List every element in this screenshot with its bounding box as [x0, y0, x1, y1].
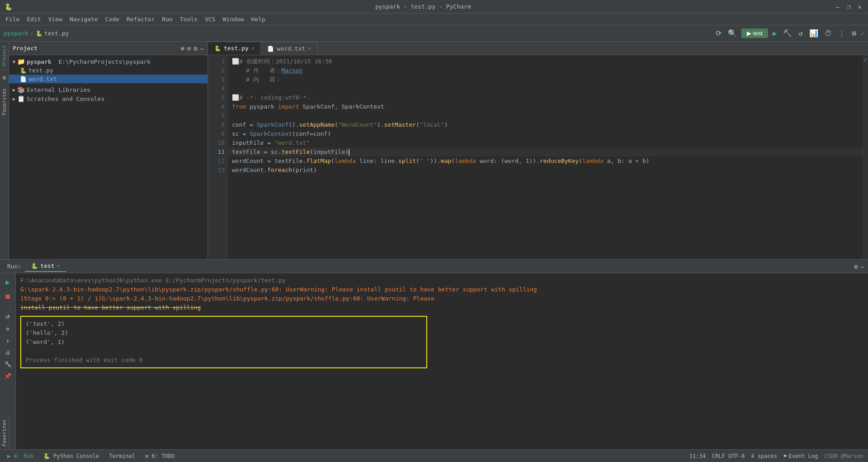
- coverage-icon[interactable]: 📊: [807, 28, 820, 38]
- tree-item-extlibs[interactable]: ▶ 📚 External Libraries: [9, 85, 208, 94]
- event-log-label: Event Log: [788, 453, 818, 459]
- run-wrench-btn[interactable]: 🔧: [3, 359, 13, 369]
- expand-pyspark: ▼: [13, 59, 15, 64]
- status-python-console-btn[interactable]: 🐍 Python Console: [41, 452, 102, 460]
- maximize-button[interactable]: ❐: [845, 3, 852, 10]
- breadcrumb-project[interactable]: pyspark: [4, 30, 28, 37]
- tree-item-scratches[interactable]: ▶ 📋 Scratches and Consoles: [9, 94, 208, 103]
- run-icon-toolbar[interactable]: ▶: [771, 28, 779, 38]
- run-rerun-btn[interactable]: ↺: [4, 310, 12, 322]
- ln-5: 5: [208, 93, 228, 102]
- status-run-btn[interactable]: ▶ 4: Run: [5, 452, 36, 460]
- toolbar-right: ⟳ 🔍 ▶ test ▶ 🔨 ↺ 📊 ⏱ ⋮ ⊞ ✓: [714, 28, 864, 38]
- tree-label-scratches: Scratches and Consoles: [27, 95, 104, 102]
- run-stop-btn[interactable]: ■: [4, 290, 12, 302]
- menu-code[interactable]: Code: [102, 15, 123, 24]
- profile-icon[interactable]: ⏱: [823, 28, 834, 38]
- ln-2: 2: [208, 66, 228, 75]
- event-log[interactable]: ⚑ Event Log: [783, 453, 818, 459]
- locate-icon[interactable]: ⊕: [180, 45, 184, 52]
- reload-icon[interactable]: ↺: [797, 28, 805, 38]
- close-button[interactable]: ✕: [856, 3, 863, 10]
- code-editor[interactable]: 1 2 3 4 5 6 7 8 9 10 11 12 13: [208, 55, 868, 259]
- ln-6: 6: [208, 102, 228, 111]
- minimize-button[interactable]: —: [834, 3, 841, 10]
- project-sidebar-label[interactable]: Project: [0, 43, 8, 68]
- menu-run[interactable]: Run: [159, 15, 176, 24]
- status-encoding[interactable]: CRLF UTF-8: [712, 453, 745, 459]
- run-content: ▶ ■ ↺ ⊕ ↕ 🖨 🔧 📌 F:\AnacondaData\envs\pyt…: [0, 273, 868, 449]
- menu-refactor[interactable]: Refactor: [123, 15, 159, 24]
- run-tab-close[interactable]: ✕: [57, 263, 60, 269]
- tree-label-wordtxt: word.txt: [28, 76, 57, 82]
- output-finish: Process finished with exit code 0: [26, 356, 422, 365]
- collapse-icon[interactable]: ≡: [187, 45, 191, 52]
- tab-testpy[interactable]: 🐍 test.py ✕: [208, 42, 261, 55]
- menu-edit[interactable]: Edit: [23, 15, 44, 24]
- sync-icon[interactable]: ⟳: [714, 28, 723, 38]
- ln-4: 4: [208, 84, 228, 93]
- menu-bar: File Edit View Navigate Code Refactor Ru…: [0, 14, 868, 25]
- tab-wordtxt[interactable]: 📄 word.txt ✕: [261, 42, 317, 55]
- run-icon: ▶: [747, 30, 751, 37]
- status-todo-btn[interactable]: ≡ 6: TODO: [142, 452, 177, 460]
- favorites-label[interactable]: Favorites: [0, 86, 8, 117]
- run-scroll-btn[interactable]: ↕: [4, 336, 11, 346]
- tree-item-pyspark[interactable]: ▼ 📁 pyspark E:\PycharmProjects\pyspark: [9, 57, 208, 66]
- status-indent[interactable]: 4 spaces: [751, 453, 777, 459]
- tab-testpy-label: test.py: [224, 45, 249, 52]
- project-header-icons: ⊕ ≡ ⚙ —: [180, 45, 204, 52]
- output-warn2: install psutil to have better support wi…: [20, 303, 863, 312]
- menu-help[interactable]: Help: [248, 15, 269, 24]
- menu-file[interactable]: File: [2, 15, 23, 24]
- toolbar-divider: [4, 306, 11, 306]
- expand-scratches: ▶: [13, 96, 15, 101]
- output-blank: [26, 347, 422, 356]
- run-minimize-icon[interactable]: —: [861, 263, 864, 270]
- build-icon[interactable]: 🔨: [781, 28, 794, 38]
- minimize-panel-icon[interactable]: —: [200, 45, 204, 52]
- menu-navigate[interactable]: Navigate: [66, 15, 102, 24]
- run-tab-test[interactable]: 🐍 test ✕: [25, 261, 66, 272]
- main-container: Project ≡ Favorites Project ⊕ ≡ ⚙ — ▼ 📁: [0, 42, 868, 449]
- output-result1: ('test', 2): [26, 319, 422, 329]
- tab-wordtxt-close[interactable]: ✕: [308, 46, 311, 52]
- menu-vcs[interactable]: VCS: [201, 15, 219, 24]
- ln-12: 12: [208, 157, 228, 166]
- tab-testpy-close[interactable]: ✕: [251, 45, 255, 51]
- breadcrumb: pyspark / 🐍 test.py: [4, 30, 69, 37]
- event-log-icon: ⚑: [783, 453, 787, 459]
- run-play-btn[interactable]: ▶: [4, 276, 12, 288]
- git-info: CSDN @Marson: [824, 453, 863, 459]
- ln-8: 8: [208, 120, 228, 129]
- run-settings-icon[interactable]: ⚙: [854, 263, 858, 270]
- layout-icon[interactable]: ⊞: [850, 28, 858, 38]
- run-filter-btn[interactable]: ⊕: [4, 324, 11, 334]
- run-button[interactable]: ▶ test: [741, 29, 768, 38]
- menu-window[interactable]: Window: [219, 15, 248, 24]
- code-line-8: conf = SparkConf().setAppName("WordCount…: [228, 120, 868, 129]
- run-pin-btn[interactable]: 📌: [3, 371, 13, 381]
- tree-item-wordtxt[interactable]: 📄 word.txt: [9, 75, 208, 83]
- structure-icon[interactable]: ≡: [1, 72, 7, 83]
- more-icon[interactable]: ⋮: [836, 28, 847, 38]
- code-content: ⬜# 创建时间：2021/10/15 16:56 # 作 者：Marson # …: [228, 55, 868, 259]
- toolbar-left: pyspark / 🐍 test.py: [4, 30, 69, 37]
- expand-extlibs: ▶: [13, 87, 15, 92]
- favorites-sidebar-label[interactable]: Favorites: [1, 419, 7, 447]
- search-everywhere-icon[interactable]: 🔍: [726, 28, 739, 38]
- run-print-btn[interactable]: 🖨: [3, 348, 12, 357]
- menu-view[interactable]: View: [45, 15, 66, 24]
- tree-label-pyspark: pyspark E:\PycharmProjects\pyspark: [27, 58, 151, 65]
- tree-item-testpy[interactable]: 🐍 test.py: [9, 66, 208, 75]
- right-gutter: ✓: [863, 55, 868, 259]
- run-header-icons: ⚙ —: [854, 263, 864, 270]
- divider: [1, 70, 8, 70]
- code-line-6: from pyspark import SparkConf, SparkCont…: [228, 102, 868, 111]
- ln-9: 9: [208, 129, 228, 138]
- settings-icon[interactable]: ⚙: [193, 45, 197, 52]
- menu-tools[interactable]: Tools: [176, 15, 201, 24]
- status-terminal-btn[interactable]: Terminal: [106, 452, 138, 460]
- run-tab-icon: 🐍: [31, 263, 38, 269]
- python-icon: 🐍: [43, 453, 50, 459]
